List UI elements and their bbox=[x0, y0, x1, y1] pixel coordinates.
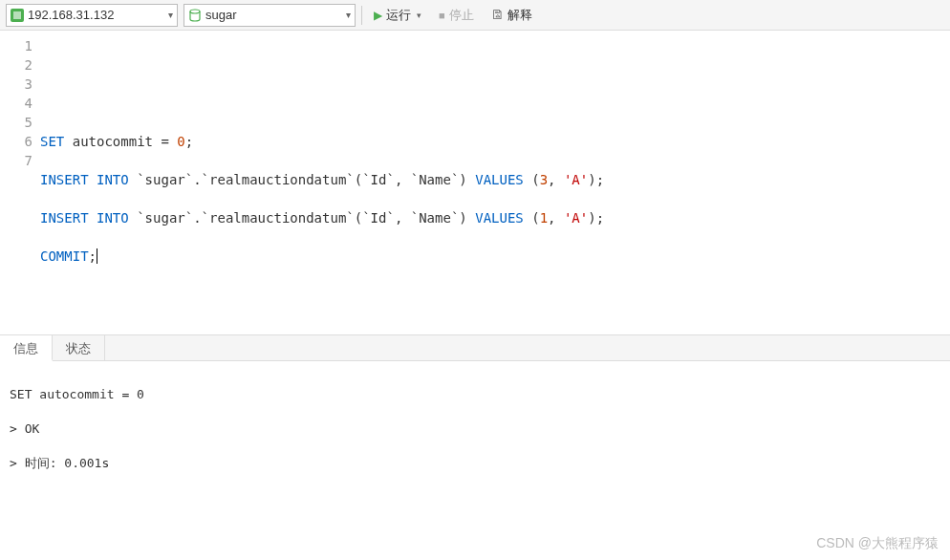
line-number: 2 bbox=[0, 55, 32, 75]
line-gutter: 1 2 3 4 5 6 7 bbox=[0, 31, 40, 334]
line-number: 3 bbox=[0, 75, 32, 94]
watermark: CSDN @大熊程序猿 bbox=[816, 535, 939, 552]
line-number: 5 bbox=[0, 113, 32, 132]
output-line: SET autocommit = 0 bbox=[10, 386, 940, 403]
svg-rect-0 bbox=[13, 11, 21, 19]
database-value: sugar bbox=[205, 8, 342, 22]
line-number: 6 bbox=[0, 132, 32, 151]
stop-label: 停止 bbox=[449, 7, 474, 24]
line-number: 4 bbox=[0, 94, 32, 113]
explain-button[interactable]: 🖺 解释 bbox=[486, 5, 538, 26]
chevron-down-icon: ▾ bbox=[417, 11, 421, 20]
output-panel: SET autocommit = 0 > OK > 时间: 0.001s INS… bbox=[0, 361, 950, 560]
output-line: > OK bbox=[10, 420, 940, 438]
explain-icon: 🖺 bbox=[491, 8, 504, 22]
connection-icon bbox=[11, 9, 24, 22]
sql-editor[interactable]: 1 2 3 4 5 6 7 SET autocommit = 0; INSERT… bbox=[0, 31, 950, 334]
chevron-down-icon: ▾ bbox=[346, 10, 351, 20]
tab-info[interactable]: 信息 bbox=[0, 335, 53, 361]
line-number: 1 bbox=[0, 36, 32, 55]
database-icon bbox=[188, 9, 202, 22]
chevron-down-icon: ▾ bbox=[168, 10, 173, 20]
toolbar: 192.168.31.132 ▾ sugar ▾ ▶ 运行 ▾ ■ 停止 🖺 解… bbox=[0, 0, 950, 31]
tab-status[interactable]: 状态 bbox=[53, 335, 105, 360]
database-dropdown[interactable]: sugar ▾ bbox=[184, 4, 356, 27]
line-number: 7 bbox=[0, 151, 32, 170]
explain-label: 解释 bbox=[507, 7, 532, 24]
stop-button: ■ 停止 bbox=[433, 5, 480, 26]
svg-point-1 bbox=[190, 10, 200, 13]
output-line: > 时间: 0.001s bbox=[10, 455, 940, 472]
stop-icon: ■ bbox=[439, 10, 445, 21]
connection-value: 192.168.31.132 bbox=[28, 8, 164, 22]
toolbar-separator bbox=[361, 6, 362, 25]
code-content[interactable]: SET autocommit = 0; INSERT INTO `sugar`.… bbox=[40, 31, 950, 334]
run-button[interactable]: ▶ 运行 ▾ bbox=[368, 5, 427, 26]
connection-dropdown[interactable]: 192.168.31.132 ▾ bbox=[6, 4, 178, 27]
run-label: 运行 bbox=[386, 7, 411, 24]
play-icon: ▶ bbox=[374, 9, 382, 22]
